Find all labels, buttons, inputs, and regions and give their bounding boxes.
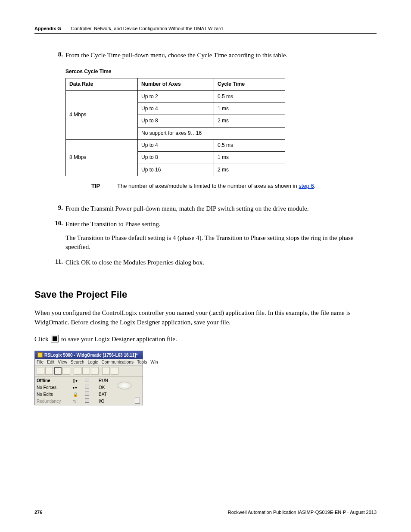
step-8: 8. From the Cycle Time pull-down menu, c… [52, 51, 377, 198]
led-icon [85, 385, 89, 389]
cell: Up to 4 [138, 103, 214, 115]
status-icon: ▸▾ [73, 385, 83, 390]
cell-no-support: No support for axes 9…16 [138, 127, 285, 139]
step-number: 11. [52, 258, 65, 268]
table-row: 4 Mbps Up to 2 0.5 ms [66, 90, 285, 103]
running-head: Appendix G Controller, Network, and Devi… [34, 26, 377, 31]
toolbar-save-icon[interactable] [54, 367, 62, 375]
menu-item[interactable]: Communications [101, 360, 133, 364]
step-9: 9. From the Transmit Power pull-down men… [52, 204, 377, 214]
toolbar-new-icon[interactable] [37, 367, 44, 375]
toolbar-redo-icon[interactable] [111, 367, 118, 375]
page-footer: 276 Rockwell Automation Publication IASI… [34, 510, 377, 515]
table-header-row: Data Rate Number of Axes Cycle Time [66, 78, 285, 90]
step-10-text2: The Transition to Phase default setting … [65, 233, 377, 252]
step-9-text: From the Transmit Power pull-down menu, … [65, 204, 377, 214]
status-bat: BAT [99, 392, 133, 397]
screenshot-toolbar [35, 365, 143, 376]
th-num-axes: Number of Axes [138, 78, 214, 90]
cell-rate-4: 4 Mbps [66, 90, 138, 140]
cell: 0.5 ms [214, 140, 285, 152]
cell: Up to 4 [138, 140, 214, 152]
cell: 0.5 ms [214, 90, 285, 103]
appendix-label: Appendix G [34, 26, 61, 31]
menu-item[interactable]: Tools [137, 360, 147, 364]
screenshot-status-area: Offline ▯▾ RUN No Forces ▸▾ OK No Edits … [35, 376, 143, 405]
step-8-text: From the Cycle Time pull-down menu, choo… [65, 51, 377, 60]
step-11: 11. Click OK to close the Modules Proper… [52, 258, 377, 268]
menu-item[interactable]: File [37, 360, 44, 364]
step-number: 9. [52, 204, 65, 214]
tip: TIP The number of axes/module is limited… [91, 182, 377, 190]
tip-label: TIP [91, 182, 117, 190]
cell: Up to 16 [138, 164, 214, 176]
menu-item[interactable]: Win [150, 360, 158, 364]
screenshot-menubar: File Edit View Search Logic Communicatio… [35, 359, 143, 365]
status-no-edits: No Edits [37, 392, 71, 397]
status-icon: ▯▾ [73, 378, 83, 383]
led-icon [85, 378, 89, 382]
toolbar-copy-icon[interactable] [82, 367, 90, 375]
key-switch-icon [118, 382, 131, 389]
header-rule [34, 33, 377, 34]
led-icon [85, 392, 89, 396]
screenshot-titlebar: RSLogix 5000 - WidgOmatic [1756-L63 18.1… [35, 351, 143, 359]
page-number: 276 [34, 510, 42, 515]
publication-info: Rockwell Automation Publication IASIMP-Q… [228, 510, 377, 515]
section-para-2: Click to save your Logix Designer applic… [34, 334, 377, 344]
menu-item[interactable]: Edit [47, 360, 54, 364]
status-offline: Offline [37, 378, 71, 383]
status-no-forces: No Forces [37, 385, 71, 390]
step-10: 10. Enter the Transition to Phase settin… [52, 220, 377, 252]
save-icon [51, 335, 59, 342]
status-icon: 🔒 [73, 392, 83, 397]
status-icon: ⇅ [73, 399, 83, 404]
status-ok: OK [99, 385, 105, 390]
link-step-6[interactable]: step 6 [299, 183, 314, 189]
tip-text: The number of axes/module is limited to … [117, 182, 315, 190]
th-cycle-time: Cycle Time [214, 78, 285, 90]
table-row: 8 Mbps Up to 4 0.5 ms [66, 140, 285, 152]
toolbar-undo-icon[interactable] [102, 367, 110, 375]
cell: 2 ms [214, 164, 285, 176]
section-heading: Save the Project File [34, 289, 377, 300]
sercos-table: Data Rate Number of Axes Cycle Time 4 Mb… [65, 78, 285, 176]
toolbar-open-icon[interactable] [45, 367, 53, 375]
status-io: I/O [99, 399, 133, 404]
cell: 1 ms [214, 152, 285, 164]
step-11-text: Click OK to close the Modules Properties… [65, 258, 377, 268]
cell: Up to 8 [138, 115, 214, 127]
screenshot-rslogix: RSLogix 5000 - WidgOmatic [1756-L63 18.1… [34, 351, 143, 405]
led-icon [85, 398, 89, 403]
app-icon [37, 352, 43, 358]
cylinder-icon [135, 398, 140, 404]
menu-item[interactable]: Search [71, 360, 84, 364]
toolbar-print-icon[interactable] [62, 367, 70, 375]
step-10-text1: Enter the Transition to Phase setting. [65, 220, 377, 229]
cell-rate-8: 8 Mbps [66, 140, 138, 176]
status-redundancy: Redundancy [37, 399, 71, 404]
cell: Up to 8 [138, 152, 214, 164]
cell: 1 ms [214, 103, 285, 115]
cell: Up to 2 [138, 90, 214, 103]
screenshot-title: RSLogix 5000 - WidgOmatic [1756-L63 18.1… [44, 353, 138, 358]
chapter-title: Controller, Network, and Device Configur… [71, 26, 223, 31]
section-para-1: When you configured the ControlLogix con… [34, 308, 377, 327]
step-number: 10. [52, 220, 65, 252]
toolbar-paste-icon[interactable] [91, 367, 99, 375]
step-number: 8. [52, 51, 65, 198]
table-caption: Sercos Cycle Time [65, 68, 377, 75]
th-data-rate: Data Rate [66, 78, 138, 90]
menu-item[interactable]: View [58, 360, 67, 364]
toolbar-cut-icon[interactable] [74, 367, 81, 375]
cell: 2 ms [214, 115, 285, 127]
menu-item[interactable]: Logic [88, 360, 98, 364]
